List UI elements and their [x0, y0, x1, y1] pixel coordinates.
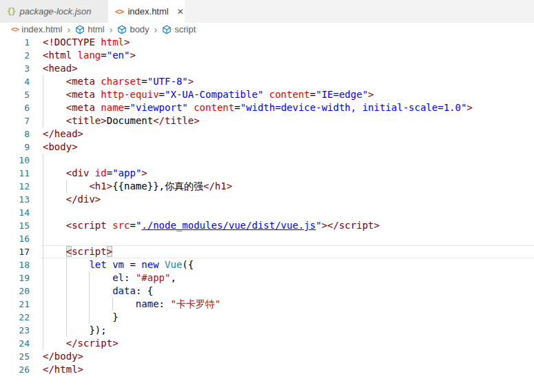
line-number[interactable]: 1 [0, 36, 30, 49]
code-content: </div> [43, 193, 534, 206]
code-content: </head> [43, 127, 534, 141]
code-content: <script src="./node_modules/vue/dist/vue… [43, 219, 534, 232]
tab-index-html[interactable]: <> index.html ✕ [108, 0, 185, 23]
code-line[interactable]: 1<!DOCTYPE html> [0, 36, 534, 49]
breadcrumb-label: script [174, 24, 196, 34]
line-number[interactable]: 6 [0, 101, 30, 114]
code-line[interactable]: 21 name: "卡卡罗特" [0, 298, 534, 311]
indent-guide [43, 180, 43, 193]
line-number[interactable]: 7 [0, 114, 30, 127]
line-number[interactable]: 23 [0, 324, 30, 337]
code-line[interactable]: 26</html> [0, 363, 534, 376]
code-content [43, 154, 534, 167]
code-line[interactable]: 19 el: "#app", [0, 271, 534, 285]
line-number[interactable]: 20 [0, 285, 30, 298]
code-line[interactable]: 24 </script> [0, 337, 534, 350]
indent-guide [43, 88, 43, 101]
code-content: <title>Document</title> [43, 114, 534, 127]
code-line[interactable]: 12 <h1>{{name}},你真的强</h1> [0, 180, 534, 193]
code-line[interactable]: 25</body> [0, 350, 534, 363]
line-number[interactable]: 18 [0, 258, 30, 271]
code-content: let vm = new Vue({ [43, 258, 534, 271]
code-line[interactable]: 20 data: { [0, 285, 534, 298]
indent-guide [43, 311, 43, 324]
json-file-icon: {} [7, 7, 15, 17]
code-line[interactable]: 15 <script src="./node_modules/vue/dist/… [0, 219, 534, 232]
code-line[interactable]: 11 <div id="app"> [0, 167, 534, 180]
line-number[interactable]: 9 [0, 141, 30, 154]
close-icon[interactable]: ✕ [176, 7, 185, 17]
line-number[interactable]: 2 [0, 49, 30, 62]
tab-package-lock-json[interactable]: {} package-lock.json [0, 0, 108, 23]
tab-label: index.html [127, 6, 168, 17]
code-line[interactable]: 2<html lang="en"> [0, 49, 534, 62]
line-number[interactable]: 17 [0, 245, 30, 258]
line-number[interactable]: 11 [0, 167, 30, 180]
code-content: <div id="app"> [43, 167, 534, 180]
line-number[interactable]: 4 [0, 75, 30, 88]
breadcrumb-label: index.html [21, 24, 62, 34]
code-line[interactable]: 9<body> [0, 141, 534, 154]
line-number[interactable]: 24 [0, 337, 30, 350]
code-content: <!DOCTYPE html> [43, 36, 534, 49]
tab-bar: {} package-lock.json <> index.html ✕ [0, 0, 534, 23]
indent-guide [43, 324, 43, 337]
code-line[interactable]: 7 <title>Document</title> [0, 114, 534, 127]
code-line[interactable]: 5 <meta http-equiv="X-UA-Compatible" con… [0, 88, 534, 101]
line-number[interactable]: 12 [0, 180, 30, 193]
code-content: name: "卡卡罗特" [43, 298, 534, 311]
code-content: <body> [43, 141, 534, 154]
code-line[interactable]: 10 [0, 154, 534, 167]
indent-guide [43, 285, 43, 298]
indent-guide [43, 75, 43, 88]
indent-guide [43, 271, 43, 285]
line-number[interactable]: 25 [0, 350, 30, 363]
code-line[interactable]: 8</head> [0, 127, 534, 141]
code-line[interactable]: 4 <meta charset="UTF-8"> [0, 75, 534, 88]
breadcrumb-item-file[interactable]: <> index.html [11, 24, 63, 34]
indent-guide [43, 193, 43, 206]
indent-guide [66, 285, 67, 298]
code-line[interactable]: 16 [0, 232, 534, 245]
code-line[interactable]: 14 [0, 206, 534, 219]
symbol-cube-icon [75, 25, 85, 34]
breadcrumb-item-html[interactable]: html [75, 24, 105, 34]
line-number[interactable]: 15 [0, 219, 30, 232]
line-number[interactable]: 16 [0, 232, 30, 245]
code-content: <script> [43, 245, 534, 258]
code-editor[interactable]: 1<!DOCTYPE html>2<html lang="en">3<head>… [0, 36, 534, 376]
line-number[interactable]: 8 [0, 127, 30, 141]
line-number[interactable]: 26 [0, 363, 30, 376]
breadcrumb-item-script[interactable]: script [162, 24, 196, 34]
indent-guide [66, 324, 67, 337]
indent-guide [66, 311, 67, 324]
code-line[interactable]: 17 <script> [0, 245, 534, 258]
code-line[interactable]: 22 } [0, 311, 534, 324]
line-number[interactable]: 14 [0, 206, 30, 219]
indent-guide [43, 154, 43, 167]
code-line[interactable]: 3<head> [0, 62, 534, 75]
indent-guide [43, 258, 43, 271]
code-line[interactable]: 18 let vm = new Vue({ [0, 258, 534, 271]
breadcrumb-item-body[interactable]: body [117, 24, 149, 34]
chevron-right-icon: › [154, 25, 158, 34]
line-number[interactable]: 21 [0, 298, 30, 311]
breadcrumb-label: html [88, 24, 105, 34]
tab-label: package-lock.json [19, 6, 91, 17]
breadcrumb: <> index.html › html › body › scri [0, 23, 534, 36]
code-line[interactable]: 6 <meta name="viewport" content="width=d… [0, 101, 534, 114]
line-number[interactable]: 22 [0, 311, 30, 324]
line-number[interactable]: 10 [0, 154, 30, 167]
html-file-icon: <> [115, 7, 123, 17]
indent-guide [89, 285, 90, 298]
code-line[interactable]: 23 }); [0, 324, 534, 337]
code-content: </script> [43, 337, 534, 350]
line-number[interactable]: 19 [0, 271, 30, 285]
code-line[interactable]: 13 </div> [0, 193, 534, 206]
indent-guide [66, 180, 67, 193]
line-number[interactable]: 5 [0, 88, 30, 101]
line-number[interactable]: 3 [0, 62, 30, 75]
indent-guide [43, 245, 43, 258]
indent-guide [66, 298, 67, 311]
line-number[interactable]: 13 [0, 193, 30, 206]
